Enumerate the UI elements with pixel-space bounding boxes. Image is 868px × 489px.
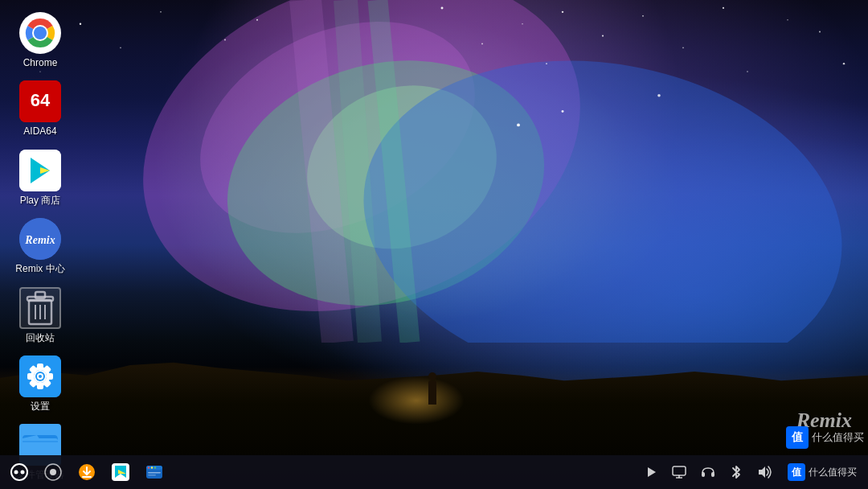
svg-rect-84: [148, 475, 156, 476]
svg-point-25: [747, 71, 748, 72]
taskbar-play-button[interactable]: [640, 462, 662, 482]
svg-point-16: [787, 19, 788, 20]
remix-icon-item[interactable]: Remix Remix 中心: [4, 214, 76, 278]
svg-point-63: [39, 375, 42, 378]
download-taskbar-icon: [78, 463, 96, 481]
svg-point-15: [723, 7, 724, 9]
svg-point-22: [819, 31, 821, 33]
playstore-label: Play 商店: [20, 195, 61, 206]
svg-rect-90: [711, 472, 714, 477]
playstore-app-icon: [19, 150, 61, 191]
aida64-app-icon: 64: [19, 80, 61, 122]
settings-app-icon: [19, 355, 61, 397]
svg-rect-89: [702, 472, 705, 477]
zhihu-taskbar-label: 什么值得买: [809, 466, 857, 479]
svg-point-28: [562, 110, 564, 113]
svg-point-18: [224, 39, 226, 40]
settings-icon-item[interactable]: 设置: [4, 351, 76, 416]
svg-point-24: [843, 63, 845, 64]
svg-point-20: [602, 35, 604, 36]
taskbar-store-button[interactable]: [104, 456, 137, 488]
svg-point-11: [441, 6, 444, 9]
svg-point-17: [120, 47, 121, 49]
play-icon: [645, 466, 657, 479]
chrome-label: Chrome: [23, 57, 58, 68]
bluetooth-icon: [730, 465, 743, 479]
svg-point-80: [148, 466, 149, 468]
svg-point-10: [256, 19, 258, 21]
svg-rect-83: [148, 472, 161, 474]
svg-point-21: [682, 47, 684, 49]
taskbar-bluetooth-button[interactable]: [725, 462, 747, 483]
svg-point-81: [151, 466, 153, 468]
svg-rect-45: [35, 292, 45, 298]
taskbar-volume-button[interactable]: [752, 462, 778, 483]
taskbar-screen-button[interactable]: [667, 462, 691, 483]
screen-icon: [672, 465, 686, 479]
home-taskbar-icon: [44, 463, 62, 481]
aurora-effect: [0, 0, 868, 343]
taskbar-audio-button[interactable]: [696, 462, 720, 483]
aida64-label: AIDA64: [23, 125, 56, 137]
trash-label: 回收站: [26, 332, 55, 343]
svg-point-33: [34, 27, 47, 39]
svg-point-12: [522, 23, 523, 25]
zhihu-taskbar-icon: 值: [788, 463, 805, 481]
trash-app-icon: [19, 287, 61, 329]
taskbar-left: [0, 456, 170, 488]
svg-marker-91: [759, 466, 765, 478]
aida64-icon-item[interactable]: 64 AIDA64: [4, 76, 76, 141]
svg-point-9: [160, 11, 162, 13]
person-silhouette: [425, 372, 440, 405]
remix-taskbar-icon: [10, 462, 29, 482]
svg-point-70: [50, 469, 56, 475]
taskbar-remix-button[interactable]: [3, 456, 35, 488]
taskbar: 值 什么值得买: [0, 455, 868, 489]
svg-point-66: [11, 464, 27, 480]
svg-point-29: [657, 94, 661, 97]
svg-text:Remix: Remix: [24, 234, 55, 246]
zhihu-label: 什么值得买: [812, 430, 864, 445]
chrome-app-icon: [19, 12, 61, 54]
headphones-icon: [701, 465, 715, 479]
svg-point-13: [562, 11, 563, 13]
store-taskbar-icon: [112, 463, 129, 481]
volume-icon: [757, 465, 773, 479]
browser-taskbar-icon: [145, 463, 163, 481]
chrome-icon-item[interactable]: Chrome: [4, 8, 76, 72]
zhihu-watermark: 值 什么值得买: [786, 426, 864, 449]
taskbar-zhihu-button[interactable]: 值 什么值得买: [783, 460, 862, 484]
taskbar-right: 值 什么值得买: [640, 460, 868, 484]
remix-app-icon: Remix: [19, 218, 61, 260]
taskbar-home-button[interactable]: [37, 456, 69, 488]
svg-point-82: [154, 466, 156, 468]
trash-icon-item[interactable]: 回收站: [4, 283, 76, 347]
svg-point-26: [546, 63, 547, 64]
svg-point-14: [642, 15, 644, 17]
settings-label: 设置: [31, 401, 50, 412]
taskbar-download-button[interactable]: [71, 456, 103, 488]
taskbar-browser-button[interactable]: [138, 456, 170, 488]
zhihu-icon: 值: [786, 426, 809, 449]
svg-text:64: 64: [31, 90, 51, 110]
ground-light: [368, 376, 465, 425]
remix-label: Remix 中心: [15, 263, 64, 274]
playstore-icon-item[interactable]: Play 商店: [4, 146, 76, 210]
svg-rect-86: [673, 466, 686, 475]
svg-point-68: [21, 471, 25, 475]
svg-point-19: [481, 43, 483, 45]
svg-point-67: [14, 471, 18, 475]
svg-point-27: [517, 123, 520, 126]
desktop-icon-area: Chrome 64 AIDA64 Play 商店: [0, 4, 80, 489]
svg-marker-85: [648, 467, 656, 477]
